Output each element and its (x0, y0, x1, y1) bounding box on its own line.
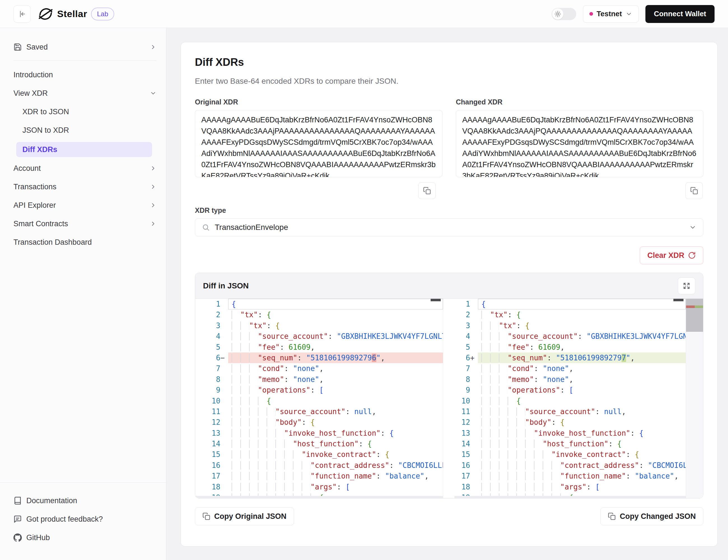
sidebar-item-json-to-xdr[interactable]: JSON to XDR (13, 123, 157, 137)
line-number: 3 (454, 320, 478, 331)
sidebar-item-transaction-dashboard[interactable]: Transaction Dashboard (13, 235, 157, 249)
code-line: 16 "contract_address": "CBCMOI6LLPMXJQ7D… (454, 460, 703, 471)
line-number: 4 (195, 331, 228, 342)
code-line: 17 "function_name": "balance", (195, 471, 443, 481)
clear-xdr-button[interactable]: Clear XDR (640, 246, 703, 264)
diff-removed-marker (686, 305, 695, 308)
connect-wallet-button[interactable]: Connect Wallet (645, 5, 715, 23)
code-line: 8 "memo": "none", (195, 374, 443, 385)
line-number: 14 (454, 438, 478, 449)
line-number: 17 (454, 471, 478, 481)
xdr-type-value: TransactionEnvelope (215, 223, 288, 232)
line-number: 5 (195, 342, 228, 353)
sidebar-footer: Documentation Got product feedback? GitH… (0, 482, 166, 549)
line-number: 11 (195, 406, 228, 417)
collapse-sidebar-icon (18, 10, 26, 18)
code-line: 13 "invoke_host_function": { (195, 428, 443, 438)
diff-pane-gap (443, 299, 454, 498)
line-number: 15 (454, 449, 478, 460)
line-number: 1 (454, 299, 478, 309)
code-line: 3 "tx": { (454, 320, 703, 331)
code-line: 9 "operations": [ (454, 385, 703, 395)
xdr-type-select[interactable]: TransactionEnvelope (195, 218, 703, 236)
sidebar-item-xdr-to-json[interactable]: XDR to JSON (13, 105, 157, 118)
code-line: 14 "host_function": { (195, 438, 443, 449)
sidebar-item-view-xdr[interactable]: View XDR (13, 87, 157, 100)
original-xdr-input[interactable]: AAAAAgAAAABuE6DqJtabKrzBfrNo6A0Zt1FrFAV4… (195, 110, 442, 177)
copy-original-json-label: Copy Original JSON (214, 512, 286, 521)
code-line: 4 "source_account": "GBXBHIHKE3LJWKV4YF7… (454, 331, 703, 342)
line-number: 10 (454, 396, 478, 406)
code-line: 18 "args": [ (195, 482, 443, 492)
refresh-icon (688, 251, 696, 259)
code-line: 4 "source_account": "GBXBHIHKE3LJWKV4YF7… (195, 331, 443, 342)
scrollbar-thumb[interactable] (673, 299, 683, 301)
sidebar-item-github[interactable]: GitHub (13, 531, 157, 544)
line-number: 10 (195, 396, 228, 406)
network-status-dot (589, 12, 593, 16)
code-line: 6+ "seq_num": "518106199892797", (454, 353, 703, 363)
sidebar-item-account[interactable]: Account (13, 162, 157, 175)
line-number: 13 (454, 428, 478, 438)
scrollbar-thumb[interactable] (431, 299, 441, 301)
code-line: 7 "cond": "none", (195, 363, 443, 374)
horizontal-scrollbar[interactable] (454, 496, 686, 498)
line-number: 15 (195, 449, 228, 460)
sidebar-item-saved[interactable]: Saved (13, 40, 157, 54)
copy-changed-xdr-button[interactable] (685, 182, 703, 199)
code-line: 14 "host_function": { (454, 438, 703, 449)
chevron-down-icon (689, 224, 696, 231)
copy-icon (690, 187, 698, 195)
code-line: 6− "seq_num": "518106199892796", (195, 353, 443, 363)
sidebar-item-smart-contracts[interactable]: Smart Contracts (13, 217, 157, 230)
line-number: 17 (195, 471, 228, 481)
sidebar-collapse-button[interactable] (13, 5, 31, 23)
chevron-right-icon (150, 220, 157, 227)
line-number: 7 (454, 363, 478, 374)
line-number: 9 (195, 385, 228, 395)
sidebar-item-label: Saved (26, 43, 48, 52)
chevron-right-icon (150, 44, 157, 50)
changed-xdr-input[interactable]: AAAAAgAAAABuE6DqJtabKrzBfrNo6A0Zt1FrFAV4… (456, 110, 703, 177)
copy-changed-json-button[interactable]: Copy Changed JSON (600, 507, 703, 525)
code-line: 1{ (195, 299, 443, 309)
line-number: 9 (454, 385, 478, 395)
code-line: 15 "invoke_contract": { (195, 449, 443, 460)
line-number: 2 (454, 309, 478, 320)
fullscreen-icon (683, 282, 690, 290)
code-line: 10 { (195, 396, 443, 406)
sidebar-item-label: Diff XDRs (22, 145, 57, 154)
chevron-down-icon (626, 11, 632, 17)
sidebar-item-transactions[interactable]: Transactions (13, 180, 157, 193)
sidebar-item-introduction[interactable]: Introduction (13, 68, 157, 81)
code-line: 2 "tx": { (195, 309, 443, 320)
brand-logo[interactable]: Stellar Lab (38, 6, 114, 22)
code-line: 5 "fee": 61609, (454, 342, 703, 353)
chevron-right-icon (150, 202, 157, 209)
sidebar-item-label: Introduction (13, 71, 53, 79)
code-line: 3 "tx": { (195, 320, 443, 331)
network-selector[interactable]: Testnet (583, 5, 639, 23)
save-icon (13, 43, 22, 51)
scrollbar-thumb[interactable] (686, 299, 703, 332)
diff-xdrs-card: Diff XDRs Enter two Base-64 encoded XDRs… (181, 42, 718, 547)
sidebar-item-documentation[interactable]: Documentation (13, 494, 157, 507)
diff-editor: 1{2 "tx": {3 "tx": {4 "source_account": … (195, 299, 703, 498)
vertical-scrollbar[interactable] (686, 299, 703, 498)
code-line: 12 "body": { (195, 417, 443, 428)
sidebar-item-label: XDR to JSON (22, 108, 69, 116)
code-line: 15 "invoke_contract": { (454, 449, 703, 460)
line-number: 4 (454, 331, 478, 342)
horizontal-scrollbar[interactable] (195, 496, 443, 498)
expand-diff-button[interactable] (678, 277, 695, 294)
copy-original-xdr-button[interactable] (418, 182, 436, 199)
sidebar-item-diff-xdrs-active[interactable]: Diff XDRs (16, 142, 152, 157)
code-line: 5 "fee": 61609, (195, 342, 443, 353)
theme-toggle[interactable] (552, 8, 576, 20)
sidebar-item-feedback[interactable]: Got product feedback? (13, 512, 157, 526)
sun-icon (554, 11, 561, 17)
copy-original-json-button[interactable]: Copy Original JSON (195, 507, 294, 525)
line-number: 18 (195, 482, 228, 492)
sidebar-item-api-explorer[interactable]: API Explorer (13, 199, 157, 212)
code-line: 13 "invoke_host_function": { (454, 428, 703, 438)
